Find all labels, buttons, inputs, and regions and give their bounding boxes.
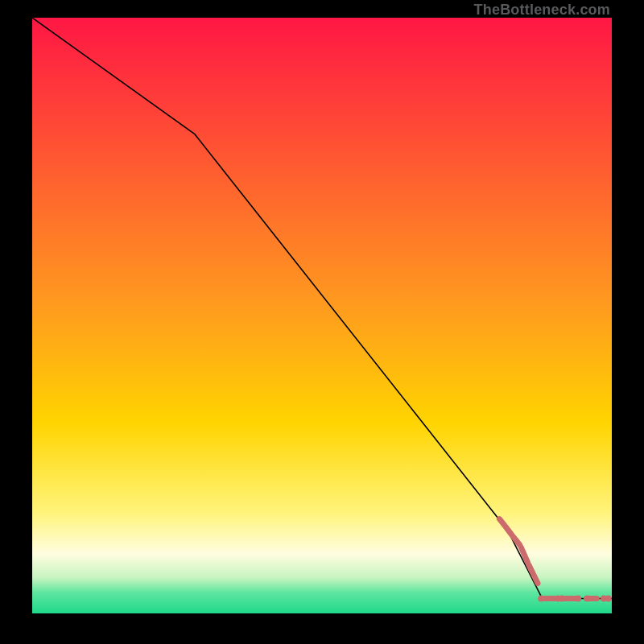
svg-line-4 xyxy=(521,547,527,563)
svg-line-1 xyxy=(499,519,506,527)
chart-overlay xyxy=(32,18,612,613)
svg-point-12 xyxy=(575,595,581,601)
attribution-label: TheBottleneck.com xyxy=(474,2,610,19)
svg-point-16 xyxy=(605,595,612,601)
chart-container: TheBottleneck.com xyxy=(0,0,644,644)
svg-line-2 xyxy=(507,528,512,535)
series-curve xyxy=(32,18,612,599)
svg-line-6 xyxy=(534,575,538,584)
svg-line-5 xyxy=(529,565,533,573)
plot-area xyxy=(32,18,612,613)
